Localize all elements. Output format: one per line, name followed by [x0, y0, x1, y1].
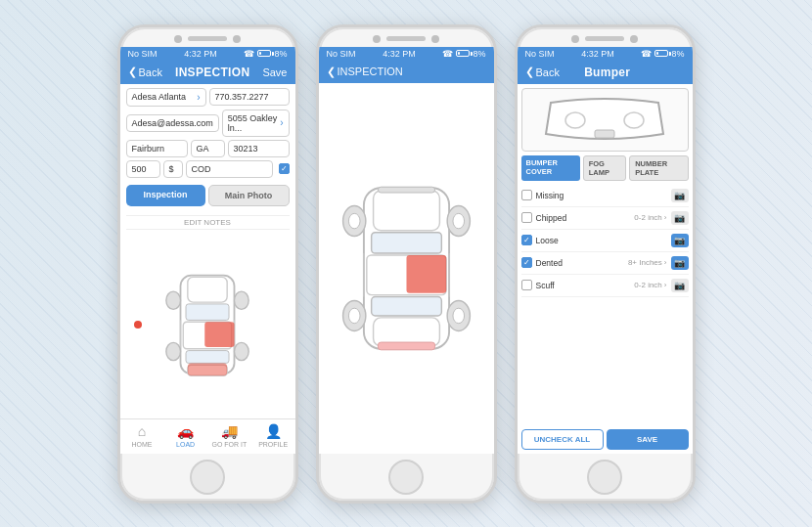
size-chipped: 0-2 inch › [634, 213, 666, 222]
svg-point-10 [166, 342, 181, 360]
svg-point-29 [348, 308, 360, 324]
dealer-value: Adesa Atlanta [132, 92, 187, 102]
currency-field[interactable]: $ [163, 160, 183, 178]
home-icon: ⌂ [138, 423, 146, 439]
state-value: GA [197, 144, 209, 154]
dealer-arrow: › [197, 92, 200, 103]
part-tabs: BUMPER COVER FOG LAMP NUMBER PLATE [518, 155, 693, 181]
label-loose: Loose [536, 236, 667, 245]
uncheck-all-btn[interactable]: UNCHECK ALL [521, 429, 604, 450]
car-diagram-small [126, 235, 290, 415]
amount-field[interactable]: 500 [126, 160, 160, 178]
camera-chipped[interactable]: 📷 [671, 211, 689, 225]
address-field[interactable]: 5055 Oakley ln... › [222, 110, 290, 137]
camera-loose[interactable]: 📷 [671, 234, 689, 247]
checkbox-chipped[interactable] [521, 212, 532, 223]
checkbox-missing[interactable] [521, 190, 532, 200]
city-value: Fairburn [132, 144, 165, 154]
nav-home[interactable]: ⌂ HOME [120, 423, 164, 448]
status-left-1: No SIM [128, 49, 158, 59]
camera-dented[interactable]: 📷 [671, 256, 689, 270]
back-btn-1[interactable]: ❮ Back [128, 66, 162, 78]
svg-point-11 [235, 342, 249, 360]
goforit-label: GO FOR IT [211, 441, 247, 448]
form-section-1: Adesa Atlanta › 770.357.2277 Adesa@adess… [120, 84, 295, 418]
email-row: Adesa@adessa.com 5055 Oakley ln... › [126, 110, 290, 137]
nav-bar-2: ❮ INSPECTION [319, 61, 494, 83]
svg-point-25 [348, 213, 360, 229]
back-label-2: INSPECTION [338, 66, 403, 77]
battery-2 [456, 50, 470, 57]
home-label: HOME [131, 441, 152, 448]
front-camera-1 [174, 35, 182, 43]
screen-2[interactable] [319, 83, 494, 454]
tab-bumper-cover[interactable]: BUMPER COVER [521, 155, 580, 181]
status-bar-3: No SIM 4:32 PM ☎ 8% [518, 47, 693, 61]
amount-value: 500 [132, 164, 147, 174]
tab-fog-lamp[interactable]: FOG LAMP [583, 155, 626, 181]
home-button-1[interactable] [190, 460, 225, 495]
home-button-2[interactable] [388, 460, 424, 495]
nav-profile[interactable]: 👤 PROFILE [251, 423, 295, 448]
svg-rect-18 [371, 296, 441, 315]
goforit-icon: 🚚 [221, 423, 238, 439]
zip-field[interactable]: 30213 [228, 140, 290, 157]
damage-row-dented: ✓ Dented 8+ Inches › 📷 [521, 252, 689, 275]
save-action-1[interactable]: Save [262, 66, 287, 78]
zip-value: 30213 [234, 144, 258, 154]
status-bar-1: No SIM 4:32 PM ☎ 8% [120, 47, 295, 61]
damage-row-missing: Missing 📷 [521, 185, 689, 207]
camera-missing[interactable]: 📷 [671, 189, 689, 202]
tab-main-photo[interactable]: Main Photo [208, 185, 290, 206]
load-icon: 🚗 [177, 423, 194, 439]
carrier-2: No SIM [327, 49, 356, 59]
nav-goforit[interactable]: 🚚 GO FOR IT [207, 423, 251, 448]
battery-1 [257, 50, 271, 57]
checkbox-loose[interactable]: ✓ [521, 235, 532, 245]
address-value: 5055 Oakley ln... [228, 113, 280, 133]
phone-value: 770.357.2277 [215, 92, 269, 102]
screen-1: Adesa Atlanta › 770.357.2277 Adesa@adess… [120, 84, 295, 454]
damage-row-chipped: Chipped 0-2 inch › 📷 [521, 207, 689, 230]
camera-scuff[interactable]: 📷 [671, 279, 689, 292]
damage-list: Missing 📷 Chipped 0-2 inch › 📷 ✓ Loos [518, 185, 693, 425]
profile-icon: 👤 [265, 423, 282, 439]
checkbox-dented[interactable]: ✓ [521, 257, 532, 268]
home-button-3[interactable] [587, 460, 622, 495]
label-chipped: Chipped [536, 213, 631, 223]
svg-rect-13 [188, 363, 227, 375]
edit-notes: EDIT NOTES [126, 215, 290, 230]
back-chevron-3: ❮ [525, 66, 534, 78]
bumper-image [521, 88, 689, 152]
svg-rect-2 [186, 303, 229, 320]
bluetooth-1: ☎ [244, 49, 254, 59]
save-btn-3[interactable]: SAVE [607, 429, 689, 450]
state-field[interactable]: GA [191, 140, 225, 157]
profile-label: PROFILE [258, 441, 288, 448]
tab-number-plate[interactable]: NUMBER PLATE [629, 155, 688, 181]
nav-bar-1: ❮ Back INSPECTION Save [120, 61, 295, 84]
nav-load[interactable]: 🚗 LOAD [163, 423, 207, 448]
speaker-3 [585, 36, 624, 41]
back-btn-2[interactable]: ❮ INSPECTION [327, 66, 403, 78]
bottom-buttons: UNCHECK ALL SAVE [518, 425, 693, 454]
payment-checkbox[interactable]: ✓ [279, 163, 290, 174]
label-dented: Dented [536, 258, 624, 268]
address-arrow: › [280, 117, 283, 128]
city-row: Fairburn GA 30213 [126, 140, 290, 157]
phone-field[interactable]: 770.357.2277 [209, 88, 290, 106]
back-btn-3[interactable]: ❮ Back [525, 66, 560, 78]
phone-2: No SIM 4:32 PM ☎ 8% ❮ INSPECTION [316, 24, 497, 504]
dealer-field[interactable]: Adesa Atlanta › [126, 88, 206, 107]
city-field[interactable]: Fairburn [126, 140, 188, 157]
checkbox-scuff[interactable] [521, 280, 532, 290]
tab-inspection[interactable]: Inspection [126, 185, 205, 206]
load-label: LOAD [176, 441, 195, 448]
svg-rect-20 [378, 187, 434, 193]
email-field[interactable]: Adesa@adessa.com [126, 114, 219, 132]
phone-top-1 [120, 27, 295, 47]
status-right-3: ☎ 8% [641, 49, 684, 59]
bumper-svg [536, 93, 673, 147]
payment-field[interactable]: COD [186, 160, 273, 178]
svg-rect-21 [378, 342, 434, 350]
